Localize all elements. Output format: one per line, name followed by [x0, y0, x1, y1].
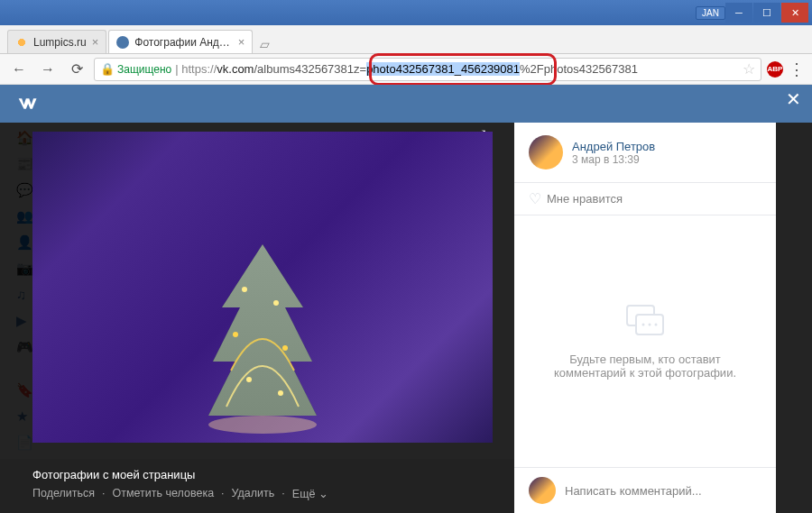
- author-block: Андрей Петров 3 мар в 13:39: [514, 123, 776, 182]
- tab-strip: Lumpics.ru × Фотографии Андрея Пе × ▱: [0, 25, 812, 54]
- share-link[interactable]: Поделиться: [32, 487, 95, 500]
- photo-lightbox: ⤢ Фотографии с моей с: [0, 123, 812, 513]
- album-name[interactable]: Фотографии с моей страницы: [32, 468, 482, 481]
- close-icon[interactable]: ×: [92, 35, 99, 49]
- empty-line2: комментарий к этой фотографии.: [554, 366, 736, 380]
- photo-info-panel: ✕ Андрей Петров 3 мар в 13:39 ♡ Мне нрав…: [514, 123, 776, 513]
- window-titlebar: JAN ─ ☐ ✕: [0, 0, 812, 25]
- lock-icon: 🔒: [100, 62, 115, 76]
- heart-icon: ♡: [529, 190, 541, 207]
- photo-footer: Фотографии с моей страницы Поделиться · …: [0, 459, 514, 513]
- more-link[interactable]: Ещё ⌄: [292, 487, 328, 500]
- tag-person-link[interactable]: Отметить человека: [113, 487, 215, 500]
- svg-point-13: [655, 323, 658, 325]
- photo-viewer: ⤢ Фотографии с моей с: [0, 123, 514, 513]
- browser-menu-button[interactable]: ⋮: [789, 60, 805, 79]
- minimize-button[interactable]: ─: [725, 3, 752, 23]
- comment-input[interactable]: Написать комментарий...: [565, 484, 702, 498]
- author-name-link[interactable]: Андрей Петров: [572, 140, 655, 153]
- vk-logo-icon[interactable]: [14, 91, 40, 116]
- comments-empty-state: Будьте первым, кто оставит комментарий к…: [514, 215, 776, 467]
- svg-point-11: [642, 323, 645, 325]
- sun-icon: [15, 36, 28, 49]
- omnibox[interactable]: 🔒 Защищено | https://vk.com/albums432567…: [94, 58, 761, 81]
- page-content: 🏠 📰 💬 👥 👤 📷 ♫ ▶ 🎮 🔖 ★ 📄 Блог Рекла ⤢: [0, 85, 812, 513]
- like-label: Мне нравится: [547, 192, 623, 206]
- secure-label: Защищено: [117, 63, 171, 76]
- like-button[interactable]: ♡ Мне нравится: [514, 182, 776, 215]
- tab-vk-photos[interactable]: Фотографии Андрея Пе ×: [108, 30, 253, 53]
- svg-point-0: [208, 416, 317, 434]
- tab-title: Lumpics.ru: [33, 36, 87, 49]
- photo-image[interactable]: [32, 132, 493, 443]
- svg-marker-2: [208, 244, 317, 416]
- empty-line1: Будьте первым, кто оставит: [569, 353, 721, 366]
- tab-title: Фотографии Андрея Пе: [134, 36, 232, 49]
- adblock-icon[interactable]: ABP: [767, 61, 783, 78]
- user-badge: JAN: [696, 6, 725, 20]
- maximize-button[interactable]: ☐: [753, 3, 780, 23]
- svg-point-3: [242, 287, 247, 292]
- vk-icon: [116, 36, 129, 49]
- new-tab-button[interactable]: ▱: [254, 35, 274, 53]
- post-date: 3 мар в 13:39: [572, 153, 655, 166]
- author-avatar[interactable]: [529, 135, 563, 169]
- my-avatar[interactable]: [529, 477, 556, 504]
- close-lightbox-button[interactable]: ✕: [786, 88, 801, 110]
- close-button[interactable]: ✕: [781, 3, 808, 23]
- vk-header: [0, 85, 812, 123]
- address-bar: ← → ⟳ 🔒 Защищено | https://vk.com/albums…: [0, 54, 812, 85]
- svg-point-5: [233, 332, 238, 337]
- svg-point-6: [282, 345, 288, 351]
- url-selected-fragment: photo432567381_456239081: [366, 62, 520, 76]
- svg-point-12: [649, 323, 651, 325]
- svg-point-4: [273, 300, 279, 306]
- svg-point-7: [246, 377, 252, 382]
- tab-lumpics[interactable]: Lumpics.ru ×: [7, 30, 106, 53]
- tree-graphic: [199, 235, 326, 434]
- comment-input-row: Написать комментарий...: [514, 467, 776, 513]
- close-icon[interactable]: ×: [238, 35, 245, 49]
- delete-link[interactable]: Удалить: [232, 487, 275, 500]
- comments-empty-icon: [623, 304, 667, 340]
- forward-button[interactable]: →: [36, 58, 60, 81]
- chevron-down-icon: ⌄: [318, 488, 328, 500]
- svg-point-8: [278, 390, 283, 396]
- back-button[interactable]: ←: [7, 58, 31, 81]
- reload-button[interactable]: ⟳: [65, 58, 88, 81]
- bookmark-star-icon[interactable]: ☆: [743, 60, 755, 78]
